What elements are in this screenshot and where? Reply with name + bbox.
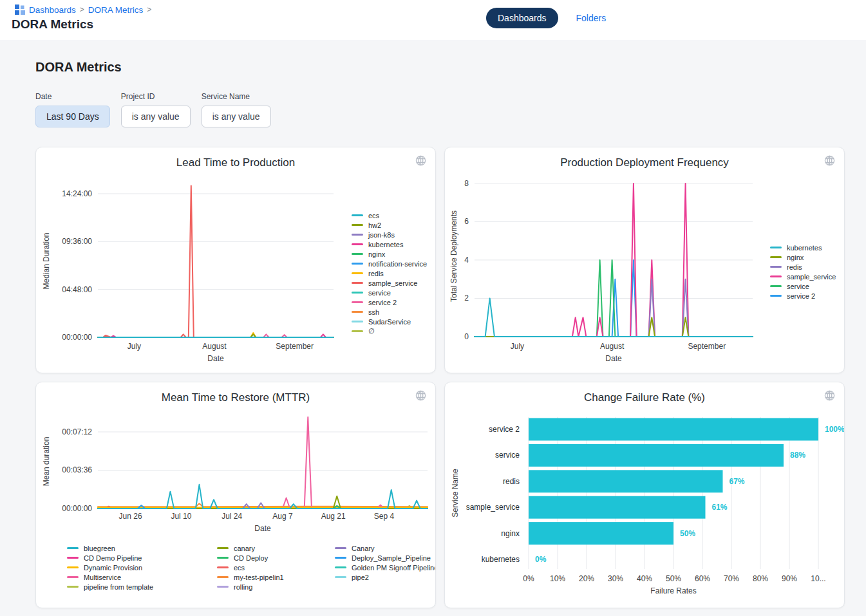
legend-item-Golden PM Signoff Pipeline[interactable]: Golden PM Signoff Pipeline <box>335 563 436 572</box>
legend-item-Canary[interactable]: Canary <box>335 543 436 553</box>
bar-value-label: 0% <box>535 555 547 564</box>
legend-item-nginx[interactable]: nginx <box>352 249 427 259</box>
breadcrumb-separator: > <box>147 5 151 14</box>
filter-date-value-button[interactable]: Last 90 Days <box>35 106 110 127</box>
legend-item-service[interactable]: service <box>352 288 427 297</box>
filter-project-id-value-button[interactable]: is any value <box>121 106 191 127</box>
legend-item-Deploy_Sample_Pipeline[interactable]: Deploy_Sample_Pipeline <box>335 553 436 563</box>
bar-nginx[interactable] <box>529 522 673 545</box>
series-line-redis <box>98 333 334 337</box>
mttr-chart: 00:00:0000:03:3600:07:12Jun 26Jul 10Jul … <box>36 382 436 537</box>
legend-label: service <box>368 289 391 297</box>
window-title: DORA Metrics <box>12 17 93 32</box>
legend-item-SudarService[interactable]: SudarService <box>352 317 427 326</box>
legend-item-kubernetes[interactable]: kubernetes <box>770 243 836 252</box>
filter-service-name-value-button[interactable]: is any value <box>202 106 271 127</box>
legend-item-CD Demo Pipeline[interactable]: CD Demo Pipeline <box>67 553 217 563</box>
bar-redis[interactable] <box>529 470 723 492</box>
legend-item-rolling[interactable]: rolling <box>217 582 335 592</box>
legend-label: pipeline from template <box>84 583 153 591</box>
breadcrumb-link-dora-metrics[interactable]: DORA Metrics <box>88 5 144 15</box>
x-axis-tick: August <box>600 342 625 351</box>
legend-swatch <box>770 256 782 258</box>
legend-swatch <box>217 586 229 588</box>
legend-item-kubernetes[interactable]: kubernetes <box>352 239 427 249</box>
legend-item-Multiservice[interactable]: Multiservice <box>67 572 217 582</box>
tab-dashboards[interactable]: Dashboards <box>486 8 558 28</box>
legend-item-service 2[interactable]: service 2 <box>352 297 427 307</box>
x-axis-label: Failure Rates <box>650 586 696 595</box>
legend-item-nginx[interactable]: nginx <box>770 252 836 262</box>
filter-date: Date Last 90 Days <box>35 92 110 127</box>
series-line-nginx <box>475 317 753 337</box>
legend-swatch <box>67 566 79 568</box>
x-axis-tick: 10% <box>550 574 565 583</box>
x-axis-tick: 0% <box>523 574 534 583</box>
legend-swatch <box>67 576 79 578</box>
x-axis-tick: 90% <box>782 574 797 583</box>
legend-label: notification-service <box>368 260 427 268</box>
x-axis-label: Date <box>207 354 224 363</box>
tab-folders[interactable]: Folders <box>576 13 607 23</box>
bar-service 2[interactable] <box>529 418 818 441</box>
filter-service-name-label: Service Name <box>202 92 271 101</box>
bar-value-label: 50% <box>680 529 695 538</box>
legend-item-bluegreen[interactable]: bluegreen <box>67 543 217 553</box>
y-axis-label: Service Name <box>451 469 460 518</box>
legend-item-∅[interactable]: ∅ <box>352 326 427 336</box>
legend-item-ecs[interactable]: ecs <box>217 563 335 572</box>
y-axis-tick: 09:36:00 <box>62 237 92 246</box>
x-axis-tick: 10... <box>811 574 825 583</box>
breadcrumb-link-dashboards[interactable]: Dashboards <box>29 5 76 15</box>
legend-swatch <box>217 566 229 568</box>
bar-category-label: redis <box>503 477 520 486</box>
x-axis-tick: July <box>127 342 141 351</box>
bar-value-label: 67% <box>730 477 745 486</box>
legend-label: nginx <box>787 254 804 261</box>
legend-item-pipeline from template[interactable]: pipeline from template <box>67 582 217 592</box>
legend-swatch <box>770 266 782 268</box>
legend-item-ecs[interactable]: ecs <box>352 210 427 220</box>
bar-sample_service[interactable] <box>529 496 706 519</box>
legend-swatch <box>770 275 782 277</box>
legend-swatch <box>770 285 782 287</box>
y-axis-tick: 14:24:00 <box>62 189 92 198</box>
legend-item-json-k8s[interactable]: json-k8s <box>352 230 427 239</box>
legend-item-hw2[interactable]: hw2 <box>352 220 427 230</box>
legend-item-service[interactable]: service <box>770 281 836 291</box>
chart-grid: Lead Time to Production 00:00:0004:48:00… <box>35 147 866 608</box>
top-header: Dashboards > DORA Metrics > DORA Metrics… <box>0 0 866 40</box>
bar-service[interactable] <box>529 444 784 467</box>
x-axis-tick: July <box>511 342 524 351</box>
legend-item-Dynamic Provision[interactable]: Dynamic Provision <box>67 563 217 572</box>
series-line-sample_service <box>98 186 334 338</box>
y-axis-tick: 8 <box>464 179 469 188</box>
legend-swatch <box>352 253 363 255</box>
legend-item-pipe2[interactable]: pipe2 <box>335 572 436 582</box>
bar-category-label: sample_service <box>466 503 520 512</box>
x-axis-tick: 30% <box>608 574 623 583</box>
legend-label: service 2 <box>368 299 397 306</box>
card-mean-time-to-restore: Mean Time to Restore (MTTR) 00:00:0000:0… <box>35 382 436 608</box>
legend-swatch <box>352 234 363 236</box>
legend-swatch <box>352 321 363 322</box>
filter-service-name: Service Name is any value <box>202 92 271 127</box>
legend-label: SudarService <box>368 318 411 326</box>
lead-time-legend: ecshw2json-k8skubernetesnginxnotificatio… <box>352 210 427 336</box>
legend-swatch <box>352 272 363 274</box>
legend-label: rolling <box>234 583 252 591</box>
legend-item-CD Deploy[interactable]: CD Deploy <box>217 553 335 563</box>
legend-item-canary[interactable]: canary <box>217 543 335 553</box>
legend-item-notification-service[interactable]: notification-service <box>352 259 427 268</box>
legend-item-redis[interactable]: redis <box>770 262 836 272</box>
legend-item-my-test-pipelin1[interactable]: my-test-pipelin1 <box>217 572 335 582</box>
y-axis-label: Median Duration <box>42 232 51 289</box>
legend-item-ssh[interactable]: ssh <box>352 307 427 317</box>
legend-item-service 2[interactable]: service 2 <box>770 291 836 301</box>
legend-item-sample_service[interactable]: sample_service <box>352 278 427 288</box>
x-axis-tick: September <box>688 342 726 351</box>
legend-label: my-test-pipelin1 <box>234 574 284 581</box>
legend-item-sample_service[interactable]: sample_service <box>770 272 836 281</box>
legend-item-redis[interactable]: redis <box>352 268 427 278</box>
x-axis-tick: 40% <box>637 574 652 583</box>
